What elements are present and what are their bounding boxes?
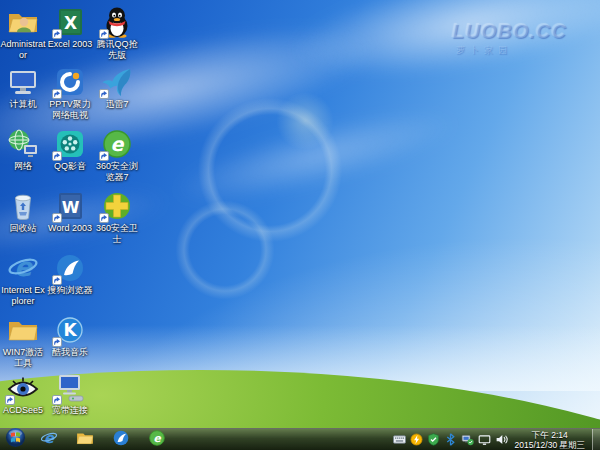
desktop-icon-label: 迅雷7 <box>94 99 140 110</box>
taskbar-right: 下午 2:14 2015/12/30 星期三 <box>391 429 600 450</box>
desktop-icon-label: Excel 2003 <box>47 39 93 50</box>
shortcut-arrow-icon <box>52 151 62 161</box>
desktop-icon-label: 网络 <box>0 161 46 172</box>
broadband-icon <box>54 372 86 404</box>
computer-icon <box>7 66 39 98</box>
shortcut-arrow-icon <box>52 275 62 285</box>
word-icon: W <box>54 190 86 222</box>
lens-flare <box>276 92 334 150</box>
desktop-icon-pptv[interactable]: PPTV聚力 网络电视 <box>47 66 93 121</box>
shortcut-arrow-icon <box>52 213 62 223</box>
shortcut-arrow-icon <box>99 213 109 223</box>
watermark: LUOBO.CC 萝卜家园 <box>452 20 592 57</box>
tray-bluetooth-icon[interactable] <box>443 432 458 448</box>
desktop-icon-sogou-browser[interactable]: 搜狗浏览器 <box>47 252 93 296</box>
acdsee-icon <box>7 372 39 404</box>
desktop-icon-win7-activator[interactable]: WIN7激活工具 <box>0 314 46 369</box>
svg-text:e: e <box>14 252 34 282</box>
cloud-decor <box>285 0 600 96</box>
lens-flare <box>175 200 275 300</box>
kuwo-icon: K <box>54 314 86 346</box>
user-folder-icon <box>7 6 39 38</box>
desktop-icon-excel-2003[interactable]: XExcel 2003 <box>47 6 93 50</box>
desktop-icon-360-browser-7[interactable]: e360安全浏览器7 <box>94 128 140 183</box>
blue-browser-icon <box>54 252 86 284</box>
recycle-bin-icon <box>7 190 39 222</box>
desktop-icon-label: 搜狗浏览器 <box>47 285 93 296</box>
desktop-icon-label: PPTV聚力 网络电视 <box>47 99 93 121</box>
explorer-folder-icon <box>76 429 94 450</box>
watermark-subtitle: 萝卜家园 <box>452 44 592 57</box>
qq-icon <box>101 6 133 38</box>
tray-display-icon[interactable] <box>477 432 492 448</box>
desktop-wallpaper: LUOBO.CC 萝卜家园 AdministratorXExcel 2003腾讯… <box>0 0 600 450</box>
pptv-icon <box>54 66 86 98</box>
svg-text:X: X <box>64 13 77 33</box>
desktop-icon-qq-player[interactable]: QQ影音 <box>47 128 93 172</box>
tray-keyboard-icon[interactable] <box>392 432 407 448</box>
svg-text:W: W <box>62 198 80 217</box>
desktop-icon-label: 360安全卫士 <box>94 223 140 245</box>
desktop-icon-label: Word 2003 <box>47 223 93 234</box>
shortcut-arrow-icon <box>99 151 109 161</box>
desktop-icon-xunlei-7[interactable]: 迅雷7 <box>94 66 140 110</box>
tray-yellow-ball-icon[interactable] <box>409 432 424 448</box>
shortcut-arrow-icon <box>52 337 62 347</box>
desktop-icon-label: 360安全浏览器7 <box>94 161 140 183</box>
desktop-icon-tencent-qq[interactable]: 腾讯QQ抢先版 <box>94 6 140 61</box>
ie-icon: e <box>40 429 58 450</box>
system-tray <box>391 432 510 448</box>
browser-360-icon: e <box>148 429 166 450</box>
shortcut-arrow-icon <box>99 89 109 99</box>
qq-player-icon <box>54 128 86 160</box>
taskbar-left: ee <box>0 429 172 450</box>
show-desktop-button[interactable] <box>592 429 600 450</box>
taskbar-item-sogou-browser[interactable] <box>106 429 136 450</box>
desktop-icon-label: Internet Explorer <box>0 285 46 307</box>
desktop-icon-kuwo-music[interactable]: K酷我音乐 <box>47 314 93 358</box>
desktop-icon-label: QQ影音 <box>47 161 93 172</box>
desktop-icon-computer[interactable]: 计算机 <box>0 66 46 110</box>
desktop-icon-label: 回收站 <box>0 223 46 234</box>
svg-text:e: e <box>44 429 55 446</box>
svg-text:e: e <box>153 431 161 444</box>
desktop-icon-administrator[interactable]: Administrator <box>0 6 46 61</box>
cloud-decor <box>167 94 462 220</box>
desktop-icon-recycle-bin[interactable]: 回收站 <box>0 190 46 234</box>
desktop-icon-network[interactable]: 网络 <box>0 128 46 172</box>
desktop-icon-word-2003[interactable]: WWord 2003 <box>47 190 93 234</box>
desktop-icon-internet-explorer[interactable]: eInternet Explorer <box>0 252 46 307</box>
clock-date: 2015/12/30 星期三 <box>515 440 585 450</box>
desktop-icon-acdsee5[interactable]: ACDSee5 <box>0 372 46 416</box>
taskbar-item-file-explorer[interactable] <box>70 429 100 450</box>
tray-volume-icon[interactable] <box>494 432 509 448</box>
taskbar: ee 下午 2:14 2015/12/30 星期三 <box>0 428 600 450</box>
excel-icon: X <box>54 6 86 38</box>
desktop-icon-broadband[interactable]: 宽带连接 <box>47 372 93 416</box>
ie-icon: e <box>7 252 39 284</box>
blue-browser-icon <box>112 429 130 450</box>
browser-360-icon: e <box>101 128 133 160</box>
folder-icon <box>7 314 39 346</box>
taskbar-item-internet-explorer[interactable]: e <box>34 429 64 450</box>
taskbar-pinned-items: ee <box>34 429 172 450</box>
lens-flare <box>195 95 345 245</box>
desktop-icon-label: 腾讯QQ抢先版 <box>94 39 140 61</box>
svg-text:K: K <box>63 320 77 340</box>
desktop-icon-label: 计算机 <box>0 99 46 110</box>
desktop-icon-label: WIN7激活工具 <box>0 347 46 369</box>
windows-logo-icon <box>5 427 26 450</box>
xunlei-icon <box>101 66 133 98</box>
tray-green-shield-icon[interactable] <box>426 432 441 448</box>
start-button[interactable] <box>0 429 30 450</box>
shortcut-arrow-icon <box>52 29 62 39</box>
desktop-icon-label: 宽带连接 <box>47 405 93 416</box>
watermark-logo-text: LUOBO.CC <box>452 20 592 43</box>
network-icon <box>7 128 39 160</box>
tray-network-status-icon[interactable] <box>460 432 475 448</box>
shortcut-arrow-icon <box>52 89 62 99</box>
taskbar-clock[interactable]: 下午 2:14 2015/12/30 星期三 <box>510 430 590 450</box>
desktop-icon-360-safe[interactable]: 360安全卫士 <box>94 190 140 245</box>
desktop-icon-label: ACDSee5 <box>0 405 46 416</box>
taskbar-item-360-browser[interactable]: e <box>142 429 172 450</box>
